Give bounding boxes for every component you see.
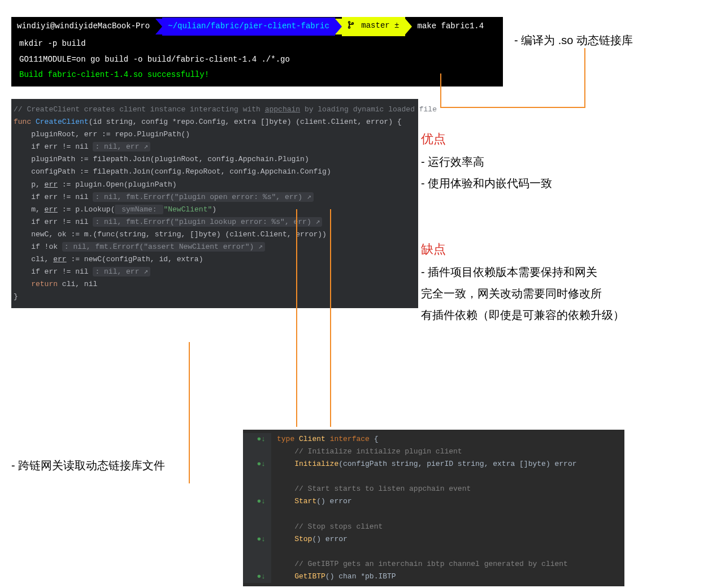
gutter-icon: ●↓ xyxy=(243,433,271,446)
code-hint: : nil, fmt.Errorf("assert NewClient erro… xyxy=(62,242,265,252)
pros-heading: 优点 xyxy=(421,127,552,151)
code-editor-createclient: // CreateClient creates client instance … xyxy=(11,99,418,308)
prompt-host: windiyi@windiyideMacBook-Pro xyxy=(11,18,155,36)
terminal-success-line: Build fabric-client-1.4.so successfully! xyxy=(11,67,503,83)
terminal-output-line: mkdir -p build xyxy=(11,36,503,52)
gutter-icon: ●↓ xyxy=(243,533,271,546)
code-if: if !ok xyxy=(14,243,62,251)
cons-bullet: 有插件依赖（即使是可兼容的依赖升级） xyxy=(421,304,624,326)
annotation-read-so: - 跨链网关读取动态链接库文件 xyxy=(11,458,165,473)
terminal-block: windiyi@windiyideMacBook-Pro ~/qulian/fa… xyxy=(11,17,503,87)
code-if: if err != nil xyxy=(14,193,93,201)
code-comment: // Stop stops client xyxy=(277,521,383,533)
pros-section: 优点 - 运行效率高 - 使用体验和内嵌代码一致 xyxy=(421,127,552,194)
code-line: newC, ok := m.(func(string, string, []by… xyxy=(14,228,411,241)
code-func-name: CreateClient xyxy=(36,118,89,126)
gutter-icon: ●↓ xyxy=(243,495,271,508)
terminal-output-line: GO111MODULE=on go build -o build/fabric-… xyxy=(11,52,503,68)
code-comment: // GetIBTP gets an interchain ibtp chann… xyxy=(277,558,568,570)
gutter-icon: ●↓ xyxy=(243,570,271,583)
git-branch-label: master ± xyxy=(361,21,399,30)
code-line: pluginPath := filepath.Join(pluginRoot, … xyxy=(14,153,411,166)
code-hint: : nil, fmt.Errorf("plugin open error: %s… xyxy=(93,192,313,202)
pros-bullet: - 运行效率高 xyxy=(421,151,552,172)
code-line: configPath := filepath.Join(config.RepoR… xyxy=(14,166,411,178)
code-line: pluginRoot, err := repo.PluginPath() xyxy=(14,128,411,141)
git-branch-icon xyxy=(348,20,354,34)
annotation-compile-so: - 编译为 .so 动态链接库 xyxy=(514,33,633,48)
cons-bullet: - 插件项目依赖版本需要保持和网关 xyxy=(421,261,624,283)
code-hint: : nil, err ↗ xyxy=(93,142,150,152)
terminal-prompt: windiyi@windiyideMacBook-Pro ~/qulian/fa… xyxy=(11,17,503,36)
code-line: } xyxy=(14,291,411,303)
prompt-git: master ± xyxy=(342,17,405,36)
code-comment: // Start starts to listen appchain event xyxy=(277,483,471,495)
code-if: if err != nil xyxy=(14,267,93,276)
prompt-path: ~/qulian/fabric/pier-client-fabric xyxy=(162,18,335,36)
pros-bullet: - 使用体验和内嵌代码一致 xyxy=(421,172,552,194)
code-if: if err != nil xyxy=(14,218,93,226)
cons-section: 缺点 - 插件项目依赖版本需要保持和网关 完全一致，网关改动需要同时修改所 有插… xyxy=(421,237,624,326)
arrow-icon xyxy=(405,19,412,34)
code-signature: (id string, config *repo.Config, extra [… xyxy=(89,118,402,126)
code-hint: : nil, fmt.Errorf("plugin lookup error: … xyxy=(93,217,322,227)
code-keyword: func xyxy=(14,118,36,126)
code-if: if err != nil xyxy=(14,142,93,151)
code-comment: // CreateClient creates client instance … xyxy=(14,105,437,114)
cons-heading: 缺点 xyxy=(421,237,624,261)
arrow-icon xyxy=(155,19,162,34)
arrow-icon xyxy=(335,19,342,34)
code-comment: // Initialize initialize plugin client xyxy=(277,446,462,458)
code-hint: : nil, err ↗ xyxy=(93,267,150,276)
code-editor-client-interface: ●↓type Client interface { // Initialize … xyxy=(243,430,624,586)
gutter-icon: ●↓ xyxy=(243,458,271,470)
cons-bullet: 完全一致，网关改动需要同时修改所 xyxy=(421,283,624,304)
prompt-cmd: make fabric1.4 xyxy=(412,18,490,36)
